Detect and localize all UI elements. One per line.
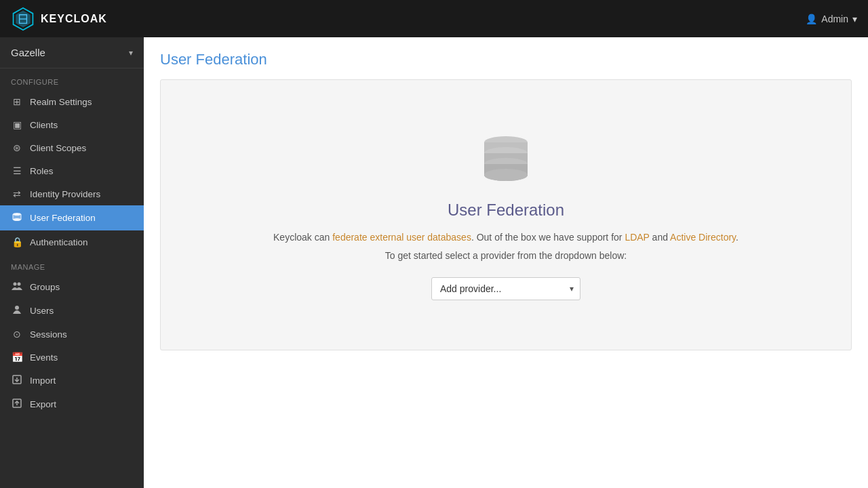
clients-icon: ▣	[11, 119, 23, 130]
admin-label: Admin	[821, 14, 848, 24]
page-title: User Federation	[144, 37, 868, 79]
db-icon	[475, 130, 536, 187]
sidebar-item-identity-providers[interactable]: ⇄ Identity Providers	[0, 182, 144, 205]
sidebar: Gazelle ▾ Configure ⊞ Realm Settings ▣ C…	[0, 37, 144, 488]
sidebar-item-sessions[interactable]: ⊙ Sessions	[0, 323, 144, 346]
federation-heading: User Federation	[448, 201, 564, 220]
svg-point-11	[15, 306, 19, 310]
svg-point-10	[18, 283, 21, 286]
sidebar-item-users[interactable]: Users	[0, 299, 144, 323]
sidebar-item-client-scopes[interactable]: ⊛ Client Scopes	[0, 136, 144, 159]
identity-providers-icon: ⇄	[11, 188, 23, 199]
sidebar-item-client-scopes-label: Client Scopes	[30, 143, 86, 153]
sidebar-item-authentication-label: Authentication	[30, 237, 88, 247]
svg-point-30	[484, 169, 528, 181]
sidebar-item-sessions-label: Sessions	[30, 329, 67, 340]
sidebar-item-user-federation[interactable]: User Federation	[0, 205, 144, 230]
users-icon	[11, 305, 23, 317]
import-icon	[11, 375, 23, 386]
realm-selector[interactable]: Gazelle ▾	[0, 37, 144, 68]
events-icon: 📅	[11, 352, 23, 363]
federation-sub-text: To get started select a provider from th…	[385, 250, 627, 261]
sessions-icon: ⊙	[11, 329, 23, 340]
realm-settings-icon: ⊞	[11, 96, 23, 107]
roles-icon: ☰	[11, 165, 23, 176]
svg-point-6	[13, 218, 21, 221]
main-wrap: Gazelle ▾ Configure ⊞ Realm Settings ▣ C…	[0, 37, 868, 488]
topbar: KEYCLOAK 👤 Admin ▾	[0, 0, 868, 37]
app-logo-text: KEYCLOAK	[41, 13, 107, 25]
keycloak-logo-icon	[11, 7, 35, 31]
logo-area: KEYCLOAK	[11, 7, 107, 31]
svg-point-9	[14, 283, 17, 286]
sidebar-item-realm-settings[interactable]: ⊞ Realm Settings	[0, 90, 144, 113]
sidebar-item-groups[interactable]: Groups	[0, 275, 144, 299]
user-federation-icon	[11, 211, 23, 224]
groups-icon	[11, 281, 23, 293]
sidebar-item-user-federation-label: User Federation	[30, 213, 96, 223]
add-provider-select[interactable]: Add provider... ldap kerberos	[431, 277, 580, 300]
export-icon	[11, 399, 23, 410]
provider-select-wrapper: Add provider... ldap kerberos ▾	[431, 277, 580, 300]
sidebar-item-clients[interactable]: ▣ Clients	[0, 113, 144, 136]
user-icon: 👤	[806, 14, 817, 24]
realm-name: Gazelle	[11, 47, 45, 58]
realm-chevron-icon: ▾	[129, 48, 133, 58]
admin-menu[interactable]: 👤 Admin ▾	[806, 14, 857, 24]
admin-dropdown-icon: ▾	[852, 14, 857, 24]
user-federation-panel: User Federation Keycloak can federate ex…	[160, 79, 852, 350]
content-area: User Federation	[144, 37, 868, 488]
configure-section-label: Configure	[0, 68, 144, 90]
sidebar-item-authentication[interactable]: 🔒 Authentication	[0, 230, 144, 253]
federation-description: Keycloak can federate external user data…	[273, 230, 738, 245]
sidebar-item-export[interactable]: Export	[0, 392, 144, 416]
sidebar-item-events[interactable]: 📅 Events	[0, 346, 144, 369]
sidebar-item-realm-settings-label: Realm Settings	[30, 97, 92, 107]
manage-section-label: Manage	[0, 253, 144, 275]
authentication-icon: 🔒	[11, 237, 23, 247]
sidebar-item-roles[interactable]: ☰ Roles	[0, 159, 144, 182]
sidebar-item-events-label: Events	[30, 352, 58, 363]
sidebar-item-import[interactable]: Import	[0, 369, 144, 392]
sidebar-item-clients-label: Clients	[30, 120, 58, 130]
client-scopes-icon: ⊛	[11, 142, 23, 153]
sidebar-item-roles-label: Roles	[30, 166, 54, 176]
sidebar-item-groups-label: Groups	[30, 282, 60, 292]
sidebar-item-export-label: Export	[30, 399, 56, 409]
sidebar-item-import-label: Import	[30, 375, 56, 386]
sidebar-item-users-label: Users	[30, 306, 54, 316]
sidebar-item-identity-providers-label: Identity Providers	[30, 189, 100, 199]
